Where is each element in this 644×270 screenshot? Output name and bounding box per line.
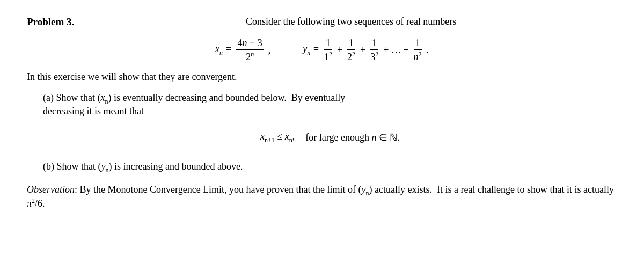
yn-fracn: 1 n2 [412,38,423,63]
yn-frac2: 1 22 [346,38,357,63]
sequences-row: xn = 4n − 3 2n , yn = 1 12 + 1 22 + 1 32… [27,38,617,63]
xn-numerator: 4n − 3 [236,38,264,50]
yn-period: . [427,45,429,56]
part-a-continuation: decreasing it is meant that [43,106,144,116]
xn-sequence: xn = 4n − 3 2n , [215,38,270,63]
observation: Observation: By the Monotone Convergence… [27,184,617,210]
yn-ellipsis: + … + [383,45,408,56]
header-row: Problem 3. Consider the following two se… [27,16,617,28]
problem-label: Problem 3. [27,16,74,28]
intro-text: In this exercise we will show that they … [27,71,617,83]
part-b: (b) Show that (yn) is increasing and bou… [27,161,617,174]
xn-denominator: 2n [244,50,255,63]
xn-fraction: 4n − 3 2n [236,38,264,63]
xn-comma: , [268,45,271,56]
observation-label: Observation [27,184,75,195]
inequality-condition: for large enough n ∈ ℕ. [305,132,400,143]
yn-sequence: yn = 1 12 + 1 22 + 1 32 + … + 1 n2 . [303,38,429,63]
part-a: (a) Show that (xn) is eventually decreas… [27,92,617,154]
part-a-text: (a) Show that (xn) is eventually decreas… [43,92,617,117]
inequality-row: xn+1 ≤ xn, for large enough n ∈ ℕ. [43,131,617,144]
yn-plus1: + [337,45,342,56]
yn-label: yn = [303,43,319,57]
inequality-expression: xn+1 ≤ xn, [260,131,295,144]
xn-label: xn = [215,43,232,57]
yn-plus2: + [360,45,365,56]
part-a-label: (a) Show that (xn) is eventually decreas… [43,92,345,103]
part-b-label: (b) Show that (yn) is increasing and bou… [43,161,243,172]
observation-colon: : By the Monotone Convergence Limit, you… [27,184,614,209]
yn-frac3: 1 32 [369,38,380,63]
problem-description: Consider the following two sequences of … [74,16,617,27]
yn-frac1: 1 12 [323,38,334,63]
